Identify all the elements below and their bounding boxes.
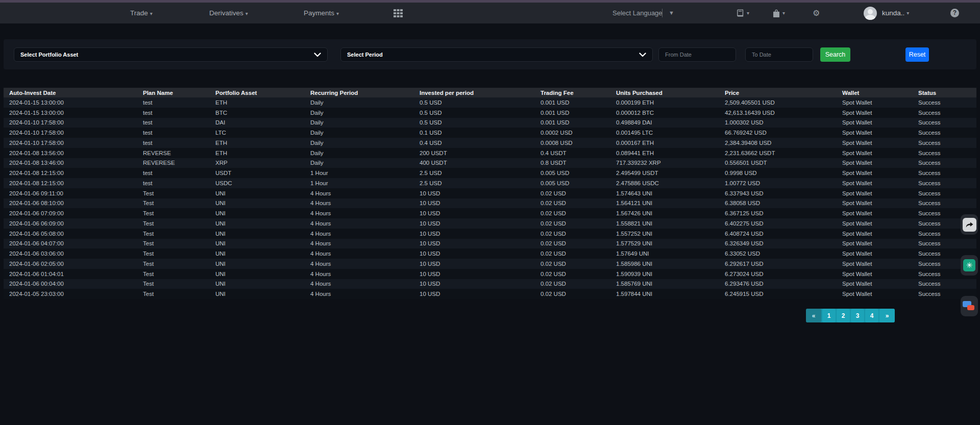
table-cell: LTC bbox=[210, 128, 305, 138]
table-cell: 2024-01-10 17:58:00 bbox=[4, 128, 137, 138]
gear-glyph: ⚙ bbox=[813, 8, 820, 18]
table-cell: Spot Wallet bbox=[837, 168, 913, 178]
table-cell: 1.597844 UNI bbox=[610, 289, 719, 299]
table-cell: 1.557252 UNI bbox=[610, 229, 719, 239]
nav-menu-trade[interactable]: Trade▾ bbox=[130, 3, 153, 23]
table-cell: Success bbox=[913, 118, 976, 128]
table-cell: 6.326349 USD bbox=[719, 239, 837, 249]
table-cell: 10 USD bbox=[414, 188, 535, 198]
table-cell: Success bbox=[913, 178, 976, 188]
table-cell: 0.8 USDT bbox=[535, 158, 610, 168]
table-cell: Spot Wallet bbox=[837, 138, 913, 148]
table-cell: Spot Wallet bbox=[837, 229, 913, 239]
table-cell: 717.339232 XRP bbox=[610, 158, 719, 168]
table-cell: Spot Wallet bbox=[837, 248, 913, 259]
table-cell: Success bbox=[913, 148, 976, 158]
table-cell: 1.585986 UNI bbox=[610, 259, 719, 269]
table-cell: 10 USD bbox=[414, 259, 535, 269]
wallet-bag-icon[interactable]: ▾ bbox=[772, 3, 785, 23]
chevron-down-icon: ▾ bbox=[150, 11, 153, 16]
table-header-row: Auto-Invest DatePlan NamePortfolio Asset… bbox=[4, 88, 976, 97]
settings-gear-icon[interactable]: ⚙ bbox=[813, 3, 820, 23]
table-cell: 1.000302 USD bbox=[719, 118, 837, 128]
table-cell: 6.38058 USD bbox=[719, 198, 837, 209]
from-date-input[interactable]: From Date bbox=[658, 47, 736, 62]
table-cell: Spot Wallet bbox=[837, 218, 913, 229]
from-date-placeholder: From Date bbox=[665, 52, 692, 58]
top-navbar: Trade▾ Derivatives▾ Payments▾ Select Lan… bbox=[0, 3, 980, 23]
table-cell: 4 Hours bbox=[305, 208, 414, 218]
table-cell: REVERSE bbox=[137, 148, 210, 158]
table-cell: 2024-01-10 17:58:00 bbox=[4, 138, 137, 148]
table-cell: 1.590939 UNI bbox=[610, 269, 719, 279]
to-date-input[interactable]: To Date bbox=[745, 47, 813, 62]
table-cell: 0.001 USD bbox=[535, 108, 610, 118]
table-cell: Test bbox=[137, 208, 210, 218]
nav-menu-payments[interactable]: Payments▾ bbox=[304, 3, 339, 23]
pagination-page-1[interactable]: 1 bbox=[822, 309, 836, 322]
language-selector[interactable]: Select Language bbox=[612, 3, 663, 23]
table-cell: 6.273024 USD bbox=[719, 269, 837, 279]
table-row: 2024-01-06 06:09:00TestUNI4 Hours10 USD0… bbox=[4, 218, 976, 229]
user-menu[interactable]: kunda.. ▾ bbox=[864, 3, 909, 23]
table-row: 2024-01-08 12:15:00testUSDC1 Hour2.5 USD… bbox=[4, 178, 976, 188]
pagination-page-4[interactable]: 4 bbox=[865, 309, 878, 322]
table-cell: 4 Hours bbox=[305, 188, 414, 198]
pagination-page-3[interactable]: 3 bbox=[851, 309, 864, 322]
table-cell: 4 Hours bbox=[305, 259, 414, 269]
table-cell: 6.367125 USD bbox=[719, 208, 837, 218]
table-cell: UNI bbox=[210, 208, 305, 218]
table-cell: 2024-01-08 13:46:00 bbox=[4, 158, 137, 168]
table-cell: 0.02 USD bbox=[535, 269, 610, 279]
portfolio-asset-select[interactable]: Select Portfolio Asset bbox=[14, 47, 328, 62]
table-cell: Success bbox=[913, 168, 976, 178]
table-cell: Daily bbox=[305, 97, 414, 108]
table-cell: Spot Wallet bbox=[837, 269, 913, 279]
table-cell: 0.4 USD bbox=[414, 138, 535, 148]
help-icon[interactable]: ? bbox=[950, 3, 959, 23]
table-cell: 10 USD bbox=[414, 279, 535, 289]
table-cell: 0.02 USD bbox=[535, 188, 610, 198]
table-cell: 4 Hours bbox=[305, 248, 414, 259]
chat-widget-button[interactable] bbox=[961, 296, 978, 316]
period-select[interactable]: Select Period bbox=[340, 47, 653, 62]
table-cell: test bbox=[137, 108, 210, 118]
table-cell: Daily bbox=[305, 128, 414, 138]
table-cell: XRP bbox=[210, 158, 305, 168]
pagination-prev[interactable]: « bbox=[806, 309, 821, 322]
table-cell: UNI bbox=[210, 198, 305, 209]
nav-menu-derivatives[interactable]: Derivatives▾ bbox=[209, 3, 248, 23]
reset-button[interactable]: Reset bbox=[905, 47, 929, 62]
table-cell: 0.0008 USD bbox=[535, 138, 610, 148]
table-row: 2024-01-06 03:06:00TestUNI4 Hours10 USD0… bbox=[4, 248, 976, 259]
column-header: Trading Fee bbox=[535, 88, 610, 97]
search-button[interactable]: Search bbox=[820, 47, 850, 62]
openai-widget-button[interactable]: ✳ bbox=[961, 255, 978, 276]
table-cell: Spot Wallet bbox=[837, 208, 913, 218]
table-cell: 0.02 USD bbox=[535, 239, 610, 249]
table-cell: 42,613.16439 USD bbox=[719, 108, 837, 118]
orders-book-icon[interactable]: ▾ bbox=[736, 3, 749, 23]
table-cell: UNI bbox=[210, 279, 305, 289]
table-cell: Spot Wallet bbox=[837, 289, 913, 299]
table-cell: 0.5 USD bbox=[414, 108, 535, 118]
table-cell: 1 Hour bbox=[305, 168, 414, 178]
table-row: 2024-01-08 13:56:00REVERSEETHDaily200 US… bbox=[4, 148, 976, 158]
username-label: kunda.. bbox=[882, 9, 904, 17]
pagination-next[interactable]: » bbox=[879, 309, 895, 322]
table-cell: Test bbox=[137, 188, 210, 198]
share-widget-button[interactable] bbox=[961, 214, 978, 235]
table-cell: 2024-01-06 01:04:01 bbox=[4, 269, 137, 279]
table-cell: 2024-01-10 17:58:00 bbox=[4, 118, 137, 128]
table-cell: REVERESE bbox=[137, 158, 210, 168]
table-cell: DAI bbox=[210, 118, 305, 128]
table-row: 2024-01-08 13:46:00REVERESEXRPDaily400 U… bbox=[4, 158, 976, 168]
table-cell: 400 USDT bbox=[414, 158, 535, 168]
table-cell: 0.02 USD bbox=[535, 289, 610, 299]
language-caret-icon[interactable]: ▼ bbox=[669, 3, 674, 23]
apps-grid-icon[interactable] bbox=[393, 3, 403, 23]
table-cell: 1.57649 UNI bbox=[610, 248, 719, 259]
table-row: 2024-01-10 17:58:00testDAIDaily0.5 USD0.… bbox=[4, 118, 976, 128]
chevron-down-icon: ▾ bbox=[747, 10, 749, 16]
pagination-page-2[interactable]: 2 bbox=[837, 309, 850, 322]
